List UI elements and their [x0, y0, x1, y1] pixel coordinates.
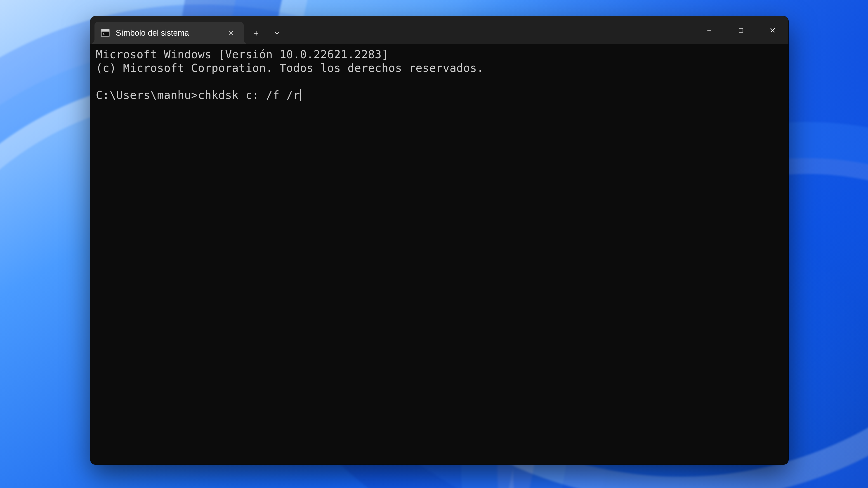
svg-text:>_: >_ — [103, 32, 107, 36]
minimize-button[interactable] — [693, 16, 725, 44]
terminal-line: Microsoft Windows [Versión 10.0.22621.22… — [96, 48, 783, 61]
tab-actions — [246, 16, 287, 44]
terminal-window: >_ Símbolo del sistema — [90, 16, 788, 464]
svg-rect-3 — [739, 28, 743, 32]
close-button[interactable] — [757, 16, 788, 44]
svg-rect-1 — [101, 29, 110, 32]
tab-dropdown-button[interactable] — [267, 25, 287, 42]
terminal-body[interactable]: Microsoft Windows [Versión 10.0.22621.22… — [90, 44, 788, 464]
terminal-line: (c) Microsoft Corporation. Todos los der… — [96, 61, 783, 75]
new-tab-button[interactable] — [246, 25, 266, 42]
tab-active[interactable]: >_ Símbolo del sistema — [94, 22, 244, 44]
window-controls — [693, 16, 788, 44]
terminal-prompt: C:\Users\manhu> — [96, 89, 198, 102]
terminal-prompt-line: C:\Users\manhu>chkdsk c: /f /r — [96, 89, 783, 102]
terminal-blank-line — [96, 75, 783, 89]
titlebar[interactable]: >_ Símbolo del sistema — [90, 16, 788, 44]
terminal-command: chkdsk c: /f /r — [198, 89, 300, 102]
tab-close-button[interactable] — [226, 28, 237, 38]
tab-strip: >_ Símbolo del sistema — [90, 16, 244, 44]
maximize-button[interactable] — [725, 16, 757, 44]
desktop-wallpaper: >_ Símbolo del sistema — [0, 0, 868, 488]
cmd-icon: >_ — [101, 29, 110, 37]
terminal-cursor — [300, 89, 301, 101]
tab-title: Símbolo del sistema — [116, 28, 211, 38]
